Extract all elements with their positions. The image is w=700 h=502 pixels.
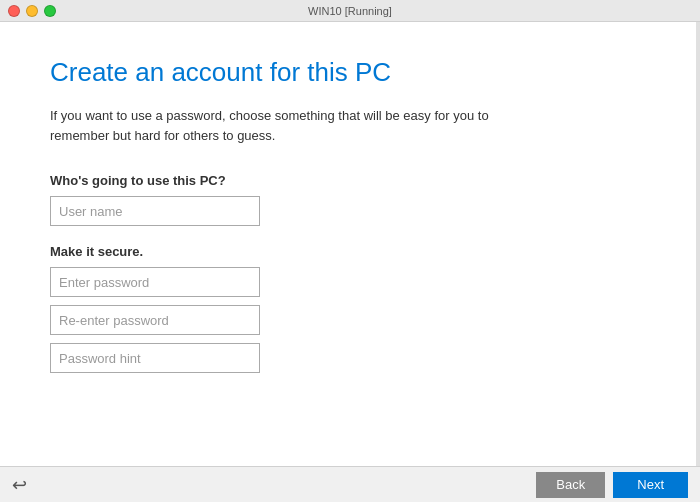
bottom-bar: ↩ Back Next <box>0 466 700 502</box>
window-controls[interactable] <box>8 5 56 17</box>
window-title: WIN10 [Running] <box>308 5 392 17</box>
password-hint-input[interactable] <box>50 343 260 373</box>
page-description: If you want to use a password, choose so… <box>50 106 530 145</box>
close-button[interactable] <box>8 5 20 17</box>
maximize-button[interactable] <box>44 5 56 17</box>
minimize-button[interactable] <box>26 5 38 17</box>
reenter-password-input[interactable] <box>50 305 260 335</box>
title-bar: WIN10 [Running] <box>0 0 700 22</box>
scrollbar[interactable] <box>696 22 700 466</box>
back-arrow-icon[interactable]: ↩ <box>12 474 27 496</box>
main-content: Create an account for this PC If you wan… <box>0 22 700 466</box>
secure-section-label: Make it secure. <box>50 244 650 259</box>
password-input[interactable] <box>50 267 260 297</box>
bottom-right-area: Back Next <box>536 472 688 498</box>
next-button[interactable]: Next <box>613 472 688 498</box>
username-section-label: Who's going to use this PC? <box>50 173 650 188</box>
back-button[interactable]: Back <box>536 472 605 498</box>
username-input[interactable] <box>50 196 260 226</box>
bottom-left-area: ↩ <box>12 474 27 496</box>
page-title: Create an account for this PC <box>50 57 650 88</box>
